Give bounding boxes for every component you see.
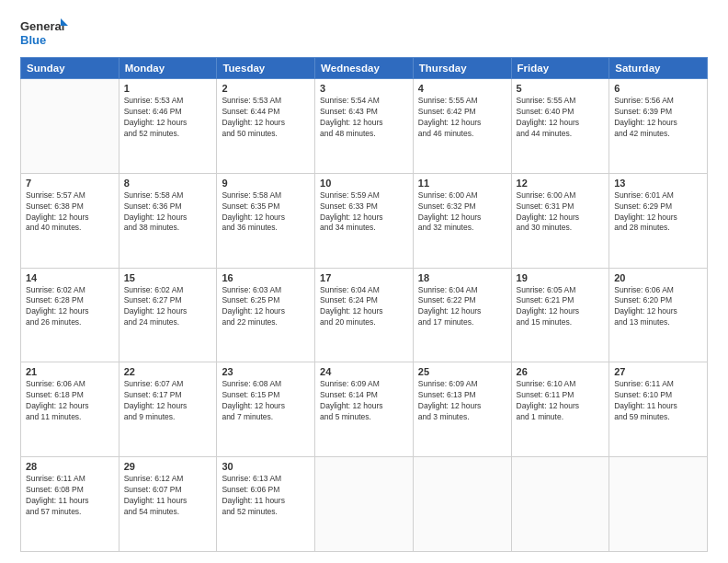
calendar-day-header: Sunday	[21, 58, 119, 79]
day-number: 24	[320, 366, 408, 377]
day-number: 1	[124, 83, 212, 94]
calendar-table: SundayMondayTuesdayWednesdayThursdayFrid…	[20, 57, 708, 552]
calendar-day-cell: 19Sunrise: 6:05 AMSunset: 6:21 PMDayligh…	[511, 268, 609, 362]
day-number: 30	[222, 461, 310, 472]
calendar-day-cell: 3Sunrise: 5:54 AMSunset: 6:43 PMDaylight…	[315, 79, 414, 174]
calendar-day-cell: 25Sunrise: 6:09 AMSunset: 6:13 PMDayligh…	[413, 362, 511, 457]
calendar-week-row: 7Sunrise: 5:57 AMSunset: 6:38 PMDaylight…	[21, 173, 708, 268]
day-number: 14	[26, 272, 114, 283]
calendar-day-header: Friday	[511, 58, 609, 79]
day-info: Sunrise: 5:53 AMSunset: 6:46 PMDaylight:…	[124, 96, 212, 140]
day-info: Sunrise: 6:10 AMSunset: 6:11 PMDaylight:…	[517, 379, 605, 423]
logo: General Blue	[20, 17, 68, 50]
day-info: Sunrise: 6:02 AMSunset: 6:28 PMDaylight:…	[26, 285, 114, 329]
day-number: 29	[124, 461, 212, 472]
calendar-day-cell: 20Sunrise: 6:06 AMSunset: 6:20 PMDayligh…	[609, 268, 708, 362]
calendar-day-header: Monday	[119, 58, 217, 79]
calendar-body: 1Sunrise: 5:53 AMSunset: 6:46 PMDaylight…	[21, 79, 708, 552]
day-number: 13	[614, 178, 702, 189]
calendar-day-cell: 1Sunrise: 5:53 AMSunset: 6:46 PMDaylight…	[119, 79, 217, 174]
day-info: Sunrise: 6:09 AMSunset: 6:14 PMDaylight:…	[320, 379, 408, 423]
calendar-day-cell: 8Sunrise: 5:58 AMSunset: 6:36 PMDaylight…	[119, 173, 217, 268]
calendar-day-header: Thursday	[413, 58, 511, 79]
calendar-day-cell: 30Sunrise: 6:13 AMSunset: 6:06 PMDayligh…	[217, 457, 315, 552]
calendar-day-cell: 16Sunrise: 6:03 AMSunset: 6:25 PMDayligh…	[217, 268, 315, 362]
day-info: Sunrise: 6:07 AMSunset: 6:17 PMDaylight:…	[124, 379, 212, 423]
day-number: 18	[418, 272, 506, 283]
day-info: Sunrise: 5:57 AMSunset: 6:38 PMDaylight:…	[26, 190, 114, 235]
day-info: Sunrise: 6:13 AMSunset: 6:06 PMDaylight:…	[222, 474, 310, 518]
day-number: 5	[517, 83, 605, 94]
calendar-day-cell: 6Sunrise: 5:56 AMSunset: 6:39 PMDaylight…	[609, 79, 708, 174]
day-number: 6	[614, 83, 702, 94]
calendar-day-cell: 27Sunrise: 6:11 AMSunset: 6:10 PMDayligh…	[609, 362, 708, 457]
calendar-day-cell: 10Sunrise: 5:59 AMSunset: 6:33 PMDayligh…	[315, 173, 414, 268]
day-number: 12	[517, 178, 605, 189]
day-info: Sunrise: 5:55 AMSunset: 6:42 PMDaylight:…	[418, 96, 506, 140]
day-number: 28	[26, 461, 114, 472]
calendar-day-cell: 24Sunrise: 6:09 AMSunset: 6:14 PMDayligh…	[315, 362, 414, 457]
day-info: Sunrise: 6:04 AMSunset: 6:24 PMDaylight:…	[320, 285, 408, 329]
day-number: 20	[614, 272, 702, 283]
day-info: Sunrise: 6:11 AMSunset: 6:10 PMDaylight:…	[614, 379, 702, 423]
calendar-week-row: 14Sunrise: 6:02 AMSunset: 6:28 PMDayligh…	[21, 268, 708, 362]
calendar-day-cell: 23Sunrise: 6:08 AMSunset: 6:15 PMDayligh…	[217, 362, 315, 457]
calendar-header-row: SundayMondayTuesdayWednesdayThursdayFrid…	[21, 58, 708, 79]
calendar-day-cell: 15Sunrise: 6:02 AMSunset: 6:27 PMDayligh…	[119, 268, 217, 362]
calendar-day-cell: 18Sunrise: 6:04 AMSunset: 6:22 PMDayligh…	[413, 268, 511, 362]
day-number: 10	[320, 178, 408, 189]
calendar-day-cell: 5Sunrise: 5:55 AMSunset: 6:40 PMDaylight…	[511, 79, 609, 174]
day-number: 17	[320, 272, 408, 283]
calendar-day-cell: 2Sunrise: 5:53 AMSunset: 6:44 PMDaylight…	[217, 79, 315, 174]
day-number: 11	[418, 178, 506, 189]
day-info: Sunrise: 6:09 AMSunset: 6:13 PMDaylight:…	[418, 379, 506, 423]
day-info: Sunrise: 6:01 AMSunset: 6:29 PMDaylight:…	[614, 190, 702, 235]
day-info: Sunrise: 6:02 AMSunset: 6:27 PMDaylight:…	[124, 285, 212, 329]
calendar-day-header: Saturday	[609, 58, 708, 79]
calendar-day-cell	[511, 457, 609, 552]
day-info: Sunrise: 5:56 AMSunset: 6:39 PMDaylight:…	[614, 96, 702, 140]
day-number: 7	[26, 178, 114, 189]
calendar-day-header: Tuesday	[217, 58, 315, 79]
calendar-day-cell: 22Sunrise: 6:07 AMSunset: 6:17 PMDayligh…	[119, 362, 217, 457]
calendar-day-cell	[21, 79, 119, 174]
day-info: Sunrise: 6:08 AMSunset: 6:15 PMDaylight:…	[222, 379, 310, 423]
day-number: 2	[222, 83, 310, 94]
calendar-day-cell: 11Sunrise: 6:00 AMSunset: 6:32 PMDayligh…	[413, 173, 511, 268]
day-number: 4	[418, 83, 506, 94]
calendar-day-cell	[315, 457, 414, 552]
day-number: 3	[320, 83, 408, 94]
day-number: 23	[222, 366, 310, 377]
day-number: 21	[26, 366, 114, 377]
day-info: Sunrise: 5:58 AMSunset: 6:35 PMDaylight:…	[222, 190, 310, 235]
day-info: Sunrise: 6:06 AMSunset: 6:18 PMDaylight:…	[26, 379, 114, 423]
calendar-day-cell: 21Sunrise: 6:06 AMSunset: 6:18 PMDayligh…	[21, 362, 119, 457]
svg-text:Blue: Blue	[20, 33, 46, 47]
day-info: Sunrise: 5:59 AMSunset: 6:33 PMDaylight:…	[320, 190, 408, 235]
day-info: Sunrise: 6:00 AMSunset: 6:31 PMDaylight:…	[517, 190, 605, 235]
calendar-week-row: 28Sunrise: 6:11 AMSunset: 6:08 PMDayligh…	[21, 457, 708, 552]
day-number: 16	[222, 272, 310, 283]
calendar-day-cell: 7Sunrise: 5:57 AMSunset: 6:38 PMDaylight…	[21, 173, 119, 268]
day-number: 22	[124, 366, 212, 377]
calendar-week-row: 21Sunrise: 6:06 AMSunset: 6:18 PMDayligh…	[21, 362, 708, 457]
day-info: Sunrise: 6:11 AMSunset: 6:08 PMDaylight:…	[26, 474, 114, 518]
calendar-day-header: Wednesday	[315, 58, 414, 79]
day-info: Sunrise: 5:54 AMSunset: 6:43 PMDaylight:…	[320, 96, 408, 140]
day-info: Sunrise: 5:53 AMSunset: 6:44 PMDaylight:…	[222, 96, 310, 140]
day-info: Sunrise: 5:58 AMSunset: 6:36 PMDaylight:…	[124, 190, 212, 235]
day-info: Sunrise: 6:04 AMSunset: 6:22 PMDaylight:…	[418, 285, 506, 329]
calendar-day-cell	[609, 457, 708, 552]
page-header: General Blue	[20, 17, 708, 50]
calendar-week-row: 1Sunrise: 5:53 AMSunset: 6:46 PMDaylight…	[21, 79, 708, 174]
day-number: 9	[222, 178, 310, 189]
day-number: 8	[124, 178, 212, 189]
calendar-day-cell: 14Sunrise: 6:02 AMSunset: 6:28 PMDayligh…	[21, 268, 119, 362]
calendar-day-cell: 28Sunrise: 6:11 AMSunset: 6:08 PMDayligh…	[21, 457, 119, 552]
day-info: Sunrise: 6:00 AMSunset: 6:32 PMDaylight:…	[418, 190, 506, 235]
calendar-day-cell: 9Sunrise: 5:58 AMSunset: 6:35 PMDaylight…	[217, 173, 315, 268]
day-number: 25	[418, 366, 506, 377]
day-info: Sunrise: 6:12 AMSunset: 6:07 PMDaylight:…	[124, 474, 212, 518]
calendar-day-cell: 26Sunrise: 6:10 AMSunset: 6:11 PMDayligh…	[511, 362, 609, 457]
day-number: 15	[124, 272, 212, 283]
